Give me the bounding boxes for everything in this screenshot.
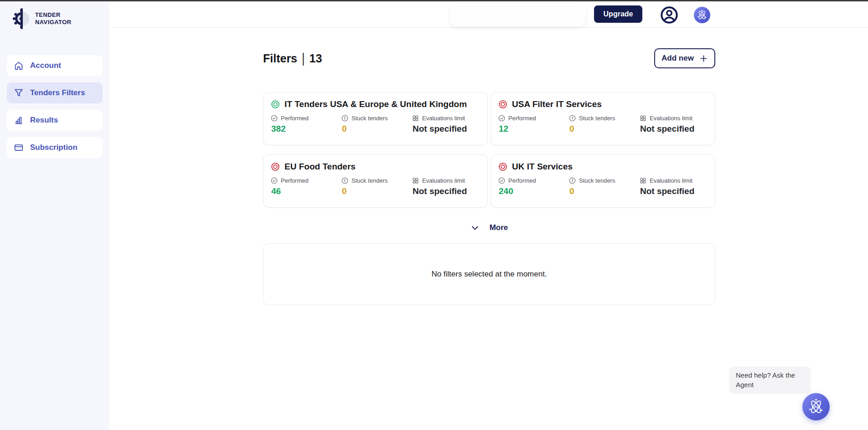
stat-evaluations: Evaluations limit Not specified xyxy=(640,177,694,196)
ai-assistant-header-button[interactable] xyxy=(694,7,710,23)
chevron-down-icon xyxy=(470,223,480,232)
sidebar-item-results[interactable]: Results xyxy=(7,110,103,131)
app-logo[interactable]: TENDER NAVIGATOR xyxy=(12,7,71,30)
stat-label: Stuck tenders xyxy=(579,115,615,122)
performed-value: 240 xyxy=(499,186,569,196)
filter-card[interactable]: EU Food Tenders Performed 46 Stuck tende… xyxy=(263,154,488,208)
filter-name: IT Tenders USA & Europe & United Kingdom xyxy=(284,99,467,109)
app-logo-line1: TENDER xyxy=(35,11,71,19)
performed-value: 12 xyxy=(499,124,569,134)
stat-evaluations: Evaluations limit Not specified xyxy=(412,177,467,196)
stat-label: Stuck tenders xyxy=(351,115,388,122)
evaluations-value: Not specified xyxy=(640,186,694,196)
filter-stats: Performed 240 Stuck tenders 0 Evaluation… xyxy=(498,177,708,196)
stat-label: Performed xyxy=(281,115,309,122)
stat-label: Performed xyxy=(508,115,536,122)
evaluations-value: Not specified xyxy=(413,186,467,196)
stuck-value: 0 xyxy=(342,124,412,134)
check-circle-icon xyxy=(498,177,505,184)
filter-card-header[interactable]: IT Tenders USA & Europe & United Kingdom xyxy=(271,99,480,109)
selected-filters-panel: No filters selected at the moment. xyxy=(263,243,715,305)
check-circle-icon xyxy=(271,115,278,122)
stat-evaluations: Evaluations limit Not specified xyxy=(412,115,467,134)
assistant-tooltip-line1: Need help? Ask the xyxy=(736,370,804,380)
filter-card[interactable]: USA Filter IT Services Performed 12 Stuc… xyxy=(491,92,715,145)
sidebar-item-subscription[interactable]: Subscription xyxy=(7,137,103,158)
filter-stats: Performed 12 Stuck tenders 0 Evaluations… xyxy=(498,115,708,134)
assistant-tooltip: Need help? Ask the Agent xyxy=(729,367,811,393)
grid-icon xyxy=(640,115,646,122)
top-header: Upgrade xyxy=(109,1,868,28)
stat-performed: Performed 46 xyxy=(271,177,341,196)
more-expander[interactable]: More xyxy=(263,223,715,232)
app-logo-line2: NAVIGATOR xyxy=(35,19,71,26)
filter-name: USA Filter IT Services xyxy=(512,99,602,109)
stat-stuck: Stuck tenders 0 xyxy=(341,177,412,196)
stat-stuck: Stuck tenders 0 xyxy=(569,115,640,134)
target-status-icon xyxy=(498,100,507,109)
grid-icon xyxy=(640,177,646,184)
credit-card-icon xyxy=(14,143,24,153)
atom-ai-icon xyxy=(696,9,708,21)
stat-label: Performed xyxy=(508,177,536,184)
stat-performed: Performed 12 xyxy=(498,115,569,134)
sidebar-item-account[interactable]: Account xyxy=(7,55,103,76)
sidebar-item-label: Subscription xyxy=(30,143,78,152)
page-title-label: Filters xyxy=(263,52,297,65)
filter-card[interactable]: IT Tenders USA & Europe & United Kingdom… xyxy=(263,92,488,145)
empty-state-message: No filters selected at the moment. xyxy=(431,270,547,279)
stuck-value: 0 xyxy=(342,186,412,196)
stuck-value: 0 xyxy=(569,124,640,134)
sidebar: TENDER NAVIGATOR Account Tenders Filters… xyxy=(0,1,109,430)
funnel-icon xyxy=(14,88,24,98)
check-circle-icon xyxy=(271,177,278,184)
alert-circle-icon xyxy=(341,115,348,122)
home-icon xyxy=(14,61,24,71)
stat-stuck: Stuck tenders 0 xyxy=(569,177,640,196)
filter-card-header[interactable]: USA Filter IT Services xyxy=(498,99,708,109)
target-status-icon xyxy=(271,100,280,109)
ship-wheel-logo-icon xyxy=(12,7,31,30)
filter-stats: Performed 382 Stuck tenders 0 Evaluation… xyxy=(271,115,480,134)
add-new-button[interactable]: Add new xyxy=(654,48,715,68)
profile-button[interactable] xyxy=(660,6,678,24)
add-new-label: Add new xyxy=(661,54,694,63)
stat-stuck: Stuck tenders 0 xyxy=(341,115,412,134)
sidebar-item-label: Results xyxy=(30,116,58,125)
stat-label: Performed xyxy=(281,177,309,184)
evaluations-value: Not specified xyxy=(640,124,694,134)
target-status-icon xyxy=(498,162,507,171)
stat-label: Evaluations limit xyxy=(422,177,465,184)
target-status-icon xyxy=(271,162,280,171)
grid-icon xyxy=(412,177,419,184)
filter-name: UK IT Services xyxy=(512,162,573,172)
assistant-tooltip-line2: Agent xyxy=(736,380,804,389)
bar-chart-icon xyxy=(14,115,24,125)
filter-name: EU Food Tenders xyxy=(284,162,356,172)
alert-circle-icon xyxy=(569,115,576,122)
alert-circle-icon xyxy=(341,177,348,184)
upgrade-button[interactable]: Upgrade xyxy=(594,5,642,23)
stat-label: Stuck tenders xyxy=(351,177,388,184)
sidebar-item-tenders-filters[interactable]: Tenders Filters xyxy=(7,82,103,103)
filter-card-header[interactable]: UK IT Services xyxy=(498,162,708,172)
sidebar-nav: Account Tenders Filters Results Subscrip… xyxy=(7,55,103,158)
sidebar-item-label: Account xyxy=(30,61,61,70)
check-circle-icon xyxy=(498,115,505,122)
more-label: More xyxy=(490,223,508,232)
grid-icon xyxy=(412,115,419,122)
page-title: Filters | 13 xyxy=(263,52,322,65)
user-circle-icon xyxy=(660,19,678,26)
filter-card-header[interactable]: EU Food Tenders xyxy=(271,162,480,172)
filter-card[interactable]: UK IT Services Performed 240 Stuck tende… xyxy=(491,154,715,208)
window-top-strip xyxy=(0,0,868,1)
stat-label: Evaluations limit xyxy=(650,115,692,122)
app-logo-text: TENDER NAVIGATOR xyxy=(35,11,71,26)
stat-performed: Performed 240 xyxy=(498,177,569,196)
plus-icon xyxy=(699,54,708,63)
stat-performed: Performed 382 xyxy=(271,115,341,134)
ai-assistant-fab[interactable] xyxy=(802,393,830,420)
alert-circle-icon xyxy=(569,177,576,184)
filter-stats: Performed 46 Stuck tenders 0 Evaluations… xyxy=(271,177,480,196)
evaluations-value: Not specified xyxy=(413,124,467,134)
